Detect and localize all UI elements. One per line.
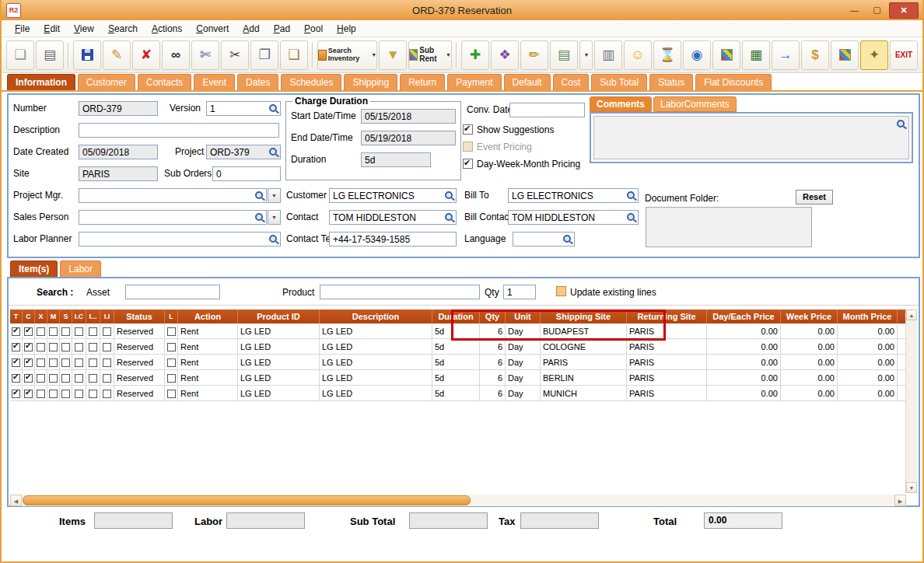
- row-checkbox-c[interactable]: [24, 358, 33, 367]
- tab-schedules[interactable]: Schedules: [281, 74, 341, 90]
- configurator-button[interactable]: [712, 40, 740, 70]
- show-suggestions-checkbox[interactable]: [463, 124, 473, 135]
- row-checkbox-i-i[interactable]: [103, 374, 111, 383]
- row-checkbox-i-i[interactable]: [103, 390, 111, 398]
- blocks-button[interactable]: [831, 40, 859, 70]
- row-checkbox-l[interactable]: [167, 390, 176, 398]
- paste-button[interactable]: ❑: [280, 40, 308, 70]
- horizontal-scroll-thumb[interactable]: [23, 495, 471, 505]
- memo-pad-button[interactable]: ▤: [550, 40, 578, 70]
- find-button[interactable]: ∞: [162, 40, 190, 70]
- column-header-i-i[interactable]: I.I: [100, 309, 114, 323]
- tab-comments[interactable]: Comments: [590, 96, 652, 112]
- table-row[interactable]: ReservedRentLG LEDLG LED5d6DayBERLINPARI…: [10, 370, 906, 386]
- kit-button[interactable]: ❖: [491, 40, 519, 70]
- tab-event[interactable]: Event: [194, 74, 235, 90]
- project-field[interactable]: ORD-379: [206, 145, 281, 159]
- row-checkbox-x[interactable]: [37, 358, 45, 367]
- number-field[interactable]: ORD-379: [79, 101, 158, 116]
- document-folder-box[interactable]: [646, 207, 812, 247]
- cut-button[interactable]: ✂: [221, 40, 249, 70]
- media-button[interactable]: ◉: [683, 40, 711, 70]
- table-row[interactable]: ReservedRentLG LEDLG LED5d6DayMUNICHPARI…: [10, 386, 906, 401]
- start-date-field[interactable]: 05/15/2018: [361, 109, 456, 124]
- column-header-t[interactable]: T: [10, 309, 23, 323]
- memo-dropdown-button[interactable]: ▼: [579, 40, 593, 70]
- tab-dates[interactable]: Dates: [237, 74, 278, 90]
- new-order-button[interactable]: ❏: [6, 40, 34, 70]
- column-header-x[interactable]: X: [35, 309, 47, 323]
- billing-button[interactable]: $: [801, 40, 829, 70]
- scroll-up-icon[interactable]: ▲: [906, 309, 917, 320]
- column-header-unit[interactable]: Unit: [506, 309, 541, 323]
- row-checkbox-l[interactable]: [167, 327, 176, 336]
- column-header-i-c[interactable]: I.C: [72, 309, 86, 323]
- row-checkbox-x[interactable]: [37, 327, 45, 336]
- edit-button[interactable]: ✎: [103, 40, 131, 70]
- conv-date-field[interactable]: [509, 103, 585, 117]
- row-checkbox-x[interactable]: [37, 374, 45, 383]
- row-checkbox-m[interactable]: [49, 343, 58, 351]
- version-field[interactable]: 1: [206, 101, 281, 116]
- row-checkbox-c[interactable]: [24, 327, 33, 336]
- tab-customer[interactable]: Customer: [78, 74, 135, 90]
- availability-button[interactable]: ⌛: [653, 40, 681, 70]
- contact-lookup-icon[interactable]: [444, 212, 454, 222]
- project-mgr-dropdown[interactable]: ▼: [268, 188, 281, 203]
- column-header-product-id[interactable]: Product ID: [238, 309, 320, 323]
- tab-contacts[interactable]: Contacts: [138, 74, 191, 90]
- contact-tel-field[interactable]: +44-17-5349-1585: [329, 232, 457, 247]
- row-checkbox-i[interactable]: [89, 358, 97, 367]
- column-header-week-price[interactable]: Week Price: [781, 309, 838, 323]
- language-field[interactable]: [513, 232, 575, 247]
- tab-information[interactable]: Information: [7, 74, 75, 90]
- bill-to-lookup-icon[interactable]: [626, 191, 636, 201]
- comments-lookup-icon[interactable]: [896, 119, 906, 129]
- scroll-left-icon[interactable]: ◀: [10, 495, 22, 506]
- row-checkbox-s[interactable]: [61, 358, 70, 367]
- row-checkbox-i[interactable]: [89, 327, 97, 336]
- row-checkbox-s[interactable]: [61, 343, 70, 351]
- print-button[interactable]: ▤: [36, 40, 64, 70]
- row-checkbox-m[interactable]: [49, 358, 58, 367]
- tab-cost[interactable]: Cost: [553, 74, 590, 90]
- row-checkbox-x[interactable]: [37, 390, 45, 398]
- product-input[interactable]: [320, 285, 480, 299]
- tab-laborcomments[interactable]: LaborComments: [653, 96, 737, 112]
- key-button[interactable]: →: [772, 40, 800, 70]
- row-checkbox-i-c[interactable]: [75, 374, 83, 383]
- row-checkbox-c[interactable]: [24, 343, 33, 351]
- column-header-action[interactable]: Action: [178, 309, 238, 323]
- row-checkbox-t[interactable]: [12, 374, 20, 383]
- tab-sub-total[interactable]: Sub Total: [591, 74, 647, 90]
- date-created-field[interactable]: 05/09/2018: [79, 145, 158, 159]
- sub-total-field[interactable]: [409, 512, 488, 529]
- horizontal-scrollbar[interactable]: ◀ ▶: [10, 495, 906, 506]
- tab-return[interactable]: Return: [400, 74, 445, 90]
- scroll-right-icon[interactable]: ▶: [894, 495, 906, 506]
- add-item-button[interactable]: ✚: [461, 40, 489, 70]
- row-checkbox-t[interactable]: [12, 358, 20, 367]
- row-checkbox-t[interactable]: [12, 343, 20, 351]
- table-row[interactable]: ReservedRentLG LEDLG LED5d6DayBUDAPESTPA…: [10, 323, 906, 339]
- end-date-field[interactable]: 05/19/2018: [361, 131, 456, 145]
- total-field[interactable]: 0.00: [704, 512, 782, 529]
- tab-item-s[interactable]: Item(s): [10, 261, 58, 277]
- dwm-pricing-checkbox[interactable]: [463, 159, 473, 169]
- row-checkbox-x[interactable]: [37, 343, 45, 351]
- menu-item-pool[interactable]: Pool: [297, 22, 330, 36]
- row-checkbox-l[interactable]: [167, 343, 176, 351]
- tab-default[interactable]: Default: [504, 74, 551, 90]
- copy-button[interactable]: ❐: [250, 40, 278, 70]
- tax-field[interactable]: [520, 512, 599, 529]
- column-header-i[interactable]: I...: [86, 309, 100, 323]
- vertical-scrollbar[interactable]: ▲ ▼: [905, 309, 917, 493]
- column-header-shipping-site[interactable]: Shipping Site: [541, 309, 627, 323]
- column-header-l[interactable]: L: [165, 309, 178, 323]
- maximize-button[interactable]: ▢: [866, 2, 887, 17]
- customer-field[interactable]: LG ELECTRONICS: [329, 188, 457, 203]
- labor-total-field[interactable]: [226, 512, 305, 529]
- menu-item-convert[interactable]: Convert: [189, 22, 236, 36]
- edit-note-button[interactable]: ✏: [520, 40, 548, 70]
- column-header-c[interactable]: C: [23, 309, 35, 323]
